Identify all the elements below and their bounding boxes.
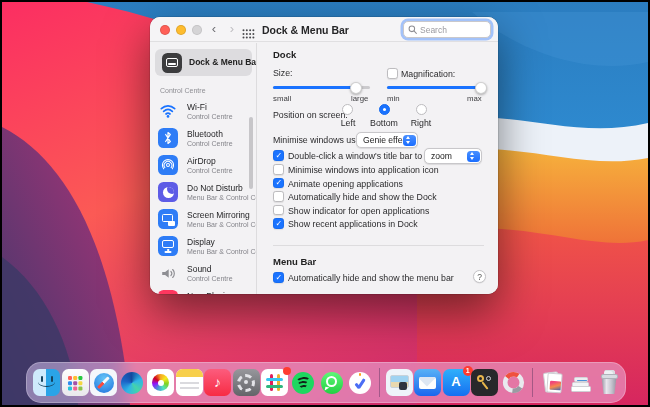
dock-photos-icon[interactable] bbox=[147, 369, 174, 396]
item-sublabel: Control Centre bbox=[187, 275, 233, 282]
search-field[interactable] bbox=[403, 21, 491, 38]
moon-icon bbox=[158, 182, 178, 202]
minimise-effect-dropdown[interactable]: Genie effect bbox=[356, 132, 418, 148]
mag-min-label: min bbox=[387, 94, 400, 103]
glyph bbox=[601, 374, 618, 379]
dock-documents-stack[interactable] bbox=[539, 369, 566, 396]
sidebar-item-airdrop[interactable]: AirDrop Control Centre bbox=[156, 154, 251, 180]
item-sublabel: Menu Bar & Control Centre bbox=[187, 221, 257, 228]
dock-menubar-pane: Dock Size: Magnification: small large mi… bbox=[258, 43, 498, 294]
glyph bbox=[162, 240, 174, 248]
glyph bbox=[486, 376, 491, 381]
dock-music-icon[interactable]: ♪ bbox=[204, 369, 231, 396]
dock: ♪ A1 bbox=[26, 362, 626, 403]
glyph bbox=[546, 372, 562, 393]
sidebar-item-do-not-disturb[interactable]: Do Not Disturb Menu Bar & Control Centre bbox=[156, 181, 251, 207]
magnification-slider-knob[interactable] bbox=[475, 82, 487, 94]
item-sublabel: Menu Bar & Control Centre bbox=[187, 194, 257, 201]
search-icon bbox=[408, 25, 417, 34]
dock-notes-icon[interactable] bbox=[176, 369, 203, 396]
window-title: Dock & Menu Bar bbox=[262, 24, 349, 36]
item-label: AirDrop bbox=[187, 156, 216, 166]
system-preferences-window: ‹ › Dock & Menu Bar Dock & Menu Bar Cont… bbox=[150, 17, 498, 294]
size-label: Size: bbox=[273, 68, 293, 78]
dock-downloads-stack[interactable] bbox=[567, 369, 594, 396]
minimise-into-icon-checkbox[interactable] bbox=[273, 164, 284, 175]
show-recent-checkbox[interactable] bbox=[273, 218, 284, 229]
sidebar-item-display[interactable]: Display Menu Bar & Control Centre bbox=[156, 235, 251, 261]
dock-system-preferences-icon[interactable] bbox=[233, 369, 260, 396]
donut-chart-icon bbox=[500, 369, 527, 396]
glyph bbox=[298, 384, 308, 391]
back-icon[interactable]: ‹ bbox=[206, 21, 222, 38]
dock-keychain-access-icon[interactable] bbox=[471, 369, 498, 396]
sidebar-item-screen-mirroring[interactable]: Screen Mirroring Menu Bar & Control Cent… bbox=[156, 208, 251, 234]
item-label: Do Not Disturb bbox=[187, 183, 243, 193]
screen-mirroring-icon bbox=[158, 209, 178, 229]
checkbox-label: Minimise windows into application icon bbox=[288, 165, 439, 175]
dock-slack-icon[interactable] bbox=[261, 369, 288, 396]
dock-tasks-app-icon[interactable] bbox=[347, 369, 374, 396]
magnification-slider[interactable] bbox=[387, 86, 484, 89]
sidebar-item-now-playing[interactable]: Now Playing Control Centre bbox=[156, 289, 251, 294]
dock-app-store-icon[interactable]: A1 bbox=[443, 369, 470, 396]
double-click-checkbox[interactable] bbox=[273, 150, 284, 161]
double-click-label: Double-click a window's title bar to bbox=[288, 151, 422, 161]
dock-preview-icon[interactable] bbox=[386, 369, 413, 396]
dock-safari-icon[interactable] bbox=[90, 369, 117, 396]
sidebar-item-sound[interactable]: Sound Control Centre bbox=[156, 262, 251, 288]
checkbox-label: Show recent applications in Dock bbox=[288, 219, 418, 229]
auto-hide-dock-checkbox[interactable] bbox=[273, 191, 284, 202]
radio-right[interactable] bbox=[416, 104, 427, 115]
dock-disk-usage-icon[interactable] bbox=[500, 369, 527, 396]
glyph bbox=[121, 372, 143, 394]
minimize-button[interactable] bbox=[176, 25, 186, 35]
checkbox-label: Animate opening applications bbox=[288, 179, 403, 189]
speaker-icon bbox=[158, 263, 178, 283]
size-max-label: large bbox=[351, 94, 368, 103]
dock-trash-icon[interactable] bbox=[596, 369, 623, 396]
dock-spotify-icon[interactable] bbox=[290, 369, 317, 396]
gear-icon bbox=[237, 374, 255, 392]
sidebar-item-bluetooth[interactable]: Bluetooth Control Centre bbox=[156, 127, 251, 153]
glyph bbox=[180, 387, 199, 389]
magnification-checkbox[interactable] bbox=[387, 68, 398, 79]
sidebar-section-header: Control Centre bbox=[160, 87, 206, 94]
dock-mail-icon[interactable] bbox=[414, 369, 441, 396]
size-slider-knob[interactable] bbox=[350, 82, 362, 94]
glyph bbox=[266, 378, 283, 381]
glyph bbox=[602, 377, 617, 394]
size-slider[interactable] bbox=[273, 86, 370, 89]
close-button[interactable] bbox=[160, 25, 170, 35]
glyph bbox=[359, 373, 361, 376]
double-click-action-dropdown[interactable]: zoom bbox=[424, 148, 482, 164]
dock-edge-icon[interactable] bbox=[119, 369, 146, 396]
sidebar-scrollbar[interactable] bbox=[249, 117, 253, 189]
radio-bottom-label: Bottom bbox=[364, 118, 404, 128]
search-input[interactable] bbox=[420, 25, 484, 35]
animate-opening-checkbox[interactable] bbox=[273, 178, 284, 189]
titlebar[interactable]: ‹ › Dock & Menu Bar bbox=[150, 17, 498, 42]
item-label: Wi-Fi bbox=[187, 102, 207, 112]
menubar-section-title: Menu Bar bbox=[273, 256, 316, 267]
sidebar-item-dock-menu-bar[interactable]: Dock & Menu Bar bbox=[155, 49, 252, 76]
help-button[interactable]: ? bbox=[473, 270, 486, 283]
radio-left[interactable] bbox=[342, 104, 353, 115]
glyph bbox=[481, 381, 488, 389]
dock-menubar-icon bbox=[162, 53, 182, 73]
auto-hide-menubar-checkbox[interactable] bbox=[273, 272, 284, 283]
show-all-grid-icon[interactable] bbox=[242, 25, 255, 43]
show-indicator-checkbox[interactable] bbox=[273, 205, 284, 216]
sidebar-item-wifi[interactable]: Wi-Fi Control Centre bbox=[156, 100, 251, 126]
forward-icon[interactable]: › bbox=[224, 21, 240, 38]
glyph bbox=[38, 377, 55, 387]
dock-launchpad-icon[interactable] bbox=[62, 369, 89, 396]
item-sublabel: Control Centre bbox=[187, 113, 233, 120]
dock-finder-icon[interactable] bbox=[33, 369, 60, 396]
radio-bottom[interactable] bbox=[379, 104, 390, 115]
checkbox-label: Automatically hide and show the Dock bbox=[288, 192, 437, 202]
radio-right-label: Right bbox=[401, 118, 441, 128]
glyph bbox=[326, 376, 337, 387]
dock-whatsapp-icon[interactable] bbox=[318, 369, 345, 396]
magnification-label: Magnification: bbox=[401, 69, 455, 79]
